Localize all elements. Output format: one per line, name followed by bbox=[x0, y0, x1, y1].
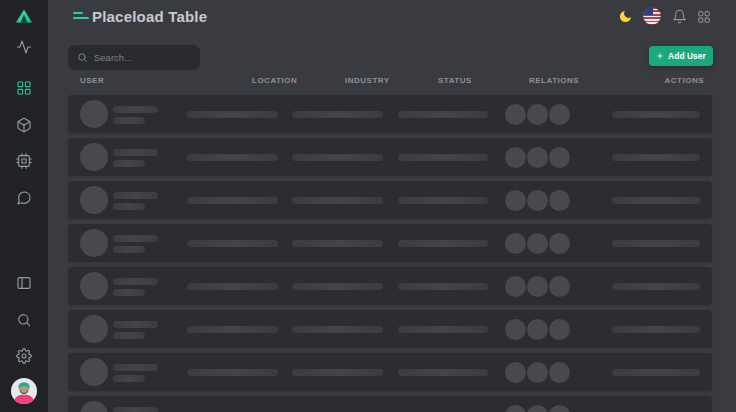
relations-placeholder bbox=[505, 233, 570, 254]
relations-placeholder bbox=[505, 104, 570, 125]
status-placeholder bbox=[398, 369, 488, 376]
actions-placeholder bbox=[612, 369, 700, 376]
status-placeholder bbox=[398, 197, 488, 204]
relations-placeholder bbox=[505, 190, 570, 211]
industry-placeholder bbox=[292, 154, 383, 161]
column-header-actions: ACTIONS bbox=[665, 76, 705, 85]
location-placeholder bbox=[187, 283, 278, 290]
status-placeholder bbox=[398, 240, 488, 247]
name-placeholder bbox=[113, 149, 158, 156]
avatar-placeholder bbox=[80, 143, 108, 171]
actions-placeholder bbox=[612, 111, 700, 118]
relations-placeholder bbox=[505, 319, 570, 340]
language-us-flag-icon[interactable] bbox=[643, 7, 661, 25]
name-placeholder bbox=[113, 364, 158, 371]
subtitle-placeholder bbox=[113, 117, 145, 124]
avatar-placeholder bbox=[80, 358, 108, 386]
name-placeholder bbox=[113, 192, 158, 199]
subtitle-placeholder bbox=[113, 375, 145, 382]
location-placeholder bbox=[187, 154, 278, 161]
hamburger-menu-icon[interactable] bbox=[73, 12, 89, 21]
sidebar-item-panels panel-icon[interactable] bbox=[0, 275, 48, 291]
actions-placeholder bbox=[612, 326, 700, 333]
name-placeholder bbox=[113, 106, 158, 113]
table-row skeleton-row bbox=[68, 138, 712, 176]
plus-icon bbox=[656, 52, 664, 60]
sidebar-item-messages chat-bubble-icon[interactable] bbox=[0, 190, 48, 206]
name-placeholder bbox=[113, 321, 158, 328]
sidebar-item-dashboards dashboard-grid-icon[interactable] bbox=[0, 80, 48, 96]
actions-placeholder bbox=[612, 154, 700, 161]
sidebar-item-search search-icon[interactable] bbox=[0, 312, 48, 328]
table-row skeleton-row bbox=[68, 396, 712, 412]
sidebar-item-elements cpu-icon[interactable] bbox=[0, 153, 48, 169]
table-row skeleton-row bbox=[68, 95, 712, 133]
subtitle-placeholder bbox=[113, 289, 145, 296]
table-row skeleton-row bbox=[68, 310, 712, 348]
table-row skeleton-row bbox=[68, 353, 712, 391]
add-user-label: Add User bbox=[668, 51, 706, 61]
industry-placeholder bbox=[292, 326, 383, 333]
name-placeholder bbox=[113, 278, 158, 285]
page-title: Placeload Table bbox=[92, 8, 207, 25]
status-placeholder bbox=[398, 154, 488, 161]
table-row skeleton-row bbox=[68, 181, 712, 219]
relations-placeholder bbox=[505, 362, 570, 383]
location-placeholder bbox=[187, 369, 278, 376]
name-placeholder bbox=[113, 407, 158, 412]
relations-placeholder bbox=[505, 147, 570, 168]
avatar-placeholder bbox=[80, 186, 108, 214]
actions-placeholder bbox=[612, 197, 700, 204]
column-header-user: USER bbox=[80, 76, 104, 85]
status-placeholder bbox=[398, 326, 488, 333]
relations-placeholder bbox=[505, 405, 570, 412]
avatar-placeholder bbox=[80, 315, 108, 343]
table-row skeleton-row bbox=[68, 267, 712, 305]
sidebar-item-activity activity-icon[interactable] bbox=[0, 39, 48, 55]
subtitle-placeholder bbox=[113, 246, 145, 253]
status-placeholder bbox=[398, 283, 488, 290]
sidebar-item-settings settings-gear-icon[interactable] bbox=[0, 348, 48, 364]
notifications-bell-icon[interactable] bbox=[672, 9, 687, 28]
status-placeholder bbox=[398, 111, 488, 118]
actions-placeholder bbox=[612, 283, 700, 290]
avatar-placeholder bbox=[80, 229, 108, 257]
subtitle-placeholder bbox=[113, 203, 145, 210]
dark-mode-moon-icon[interactable] bbox=[618, 9, 633, 28]
column-header-location: LOCATION bbox=[252, 76, 297, 85]
sidebar bbox=[0, 0, 48, 412]
industry-placeholder bbox=[292, 283, 383, 290]
table-header: USER LOCATION INDUSTRY STATUS RELATIONS … bbox=[68, 76, 712, 90]
avatar-placeholder bbox=[80, 272, 108, 300]
apps-grid-icon[interactable] bbox=[697, 10, 711, 28]
location-placeholder bbox=[187, 111, 278, 118]
search-input[interactable] bbox=[94, 52, 191, 63]
add-user-button[interactable]: Add User bbox=[649, 46, 713, 66]
location-placeholder bbox=[187, 326, 278, 333]
industry-placeholder bbox=[292, 197, 383, 204]
location-placeholder bbox=[187, 197, 278, 204]
avatar-placeholder bbox=[80, 100, 108, 128]
subtitle-placeholder bbox=[113, 160, 145, 167]
column-header-industry: INDUSTRY bbox=[345, 76, 390, 85]
sidebar-user-avatar user-avatar[interactable] bbox=[0, 378, 48, 404]
app-logo triangle-logo-icon[interactable] bbox=[0, 8, 48, 24]
subtitle-placeholder bbox=[113, 332, 145, 339]
search-icon bbox=[77, 52, 88, 63]
column-header-relations: RELATIONS bbox=[529, 76, 579, 85]
location-placeholder bbox=[187, 240, 278, 247]
industry-placeholder bbox=[292, 240, 383, 247]
avatar-placeholder bbox=[80, 401, 108, 412]
table-body bbox=[68, 95, 712, 412]
industry-placeholder bbox=[292, 369, 383, 376]
relations-placeholder bbox=[505, 276, 570, 297]
sidebar-item-components box-icon[interactable] bbox=[0, 117, 48, 133]
industry-placeholder bbox=[292, 111, 383, 118]
table-row skeleton-row bbox=[68, 224, 712, 262]
column-header-status: STATUS bbox=[438, 76, 472, 85]
search-box bbox=[68, 45, 200, 70]
actions-placeholder bbox=[612, 240, 700, 247]
name-placeholder bbox=[113, 235, 158, 242]
